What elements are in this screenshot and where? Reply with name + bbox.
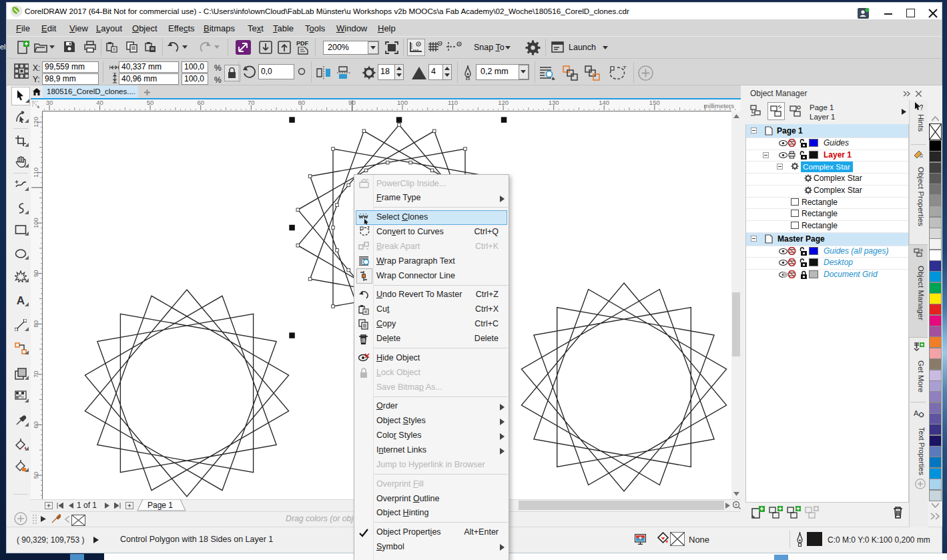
svg-text:110: 110 <box>32 168 39 178</box>
svg-text:100: 100 <box>32 218 39 228</box>
svg-text:A: A <box>914 409 919 417</box>
svg-text:120: 120 <box>498 99 509 106</box>
svg-text:40: 40 <box>96 99 103 106</box>
svg-text:90: 90 <box>32 270 39 277</box>
svg-text:60: 60 <box>197 99 204 106</box>
svg-text:30: 30 <box>46 99 53 106</box>
svg-text:60: 60 <box>32 421 39 429</box>
svg-text:130: 130 <box>549 99 559 106</box>
svg-text:110: 110 <box>448 99 458 106</box>
svg-text:80: 80 <box>32 320 39 328</box>
svg-text:A: A <box>17 294 25 306</box>
svg-text:?: ? <box>920 104 923 111</box>
svg-text:100: 100 <box>397 99 408 106</box>
svg-text:140: 140 <box>599 99 609 106</box>
svg-text:millimeters: millimeters <box>704 102 735 109</box>
svg-text:150: 150 <box>649 99 660 106</box>
svg-text:80: 80 <box>298 99 306 106</box>
svg-text:50: 50 <box>147 99 154 106</box>
svg-text:120: 120 <box>32 117 39 127</box>
svg-text:50: 50 <box>32 472 39 479</box>
svg-text:70: 70 <box>32 371 39 378</box>
svg-text:70: 70 <box>248 99 255 106</box>
